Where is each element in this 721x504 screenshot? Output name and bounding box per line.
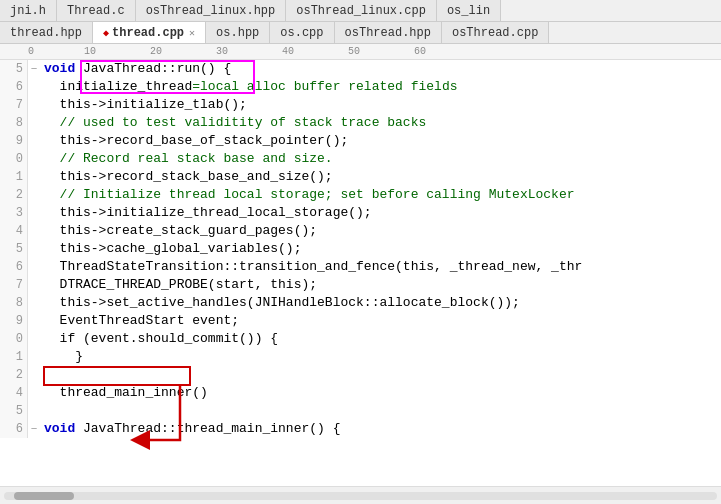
tab-osthread-linux-hpp[interactable]: osThread_linux.hpp xyxy=(136,0,287,21)
fold-gutter xyxy=(28,258,40,276)
tab-osthread-hpp[interactable]: osThread.hpp xyxy=(335,22,442,43)
fold-gutter[interactable]: − xyxy=(28,60,40,78)
tab-thread-c[interactable]: Thread.c xyxy=(57,0,136,21)
fold-gutter xyxy=(28,276,40,294)
fold-gutter xyxy=(28,330,40,348)
line-number: 5 xyxy=(0,402,28,420)
table-row: 6 − void JavaThread::thread_main_inner()… xyxy=(0,420,721,438)
ruler-mark-30: 30 xyxy=(216,46,228,57)
tab-os-cpp[interactable]: os.cpp xyxy=(270,22,334,43)
table-row: 5 − void JavaThread::run() { xyxy=(0,60,721,78)
line-number: 6 xyxy=(0,258,28,276)
tab-label: thread.cpp xyxy=(112,26,184,40)
line-number: 9 xyxy=(0,312,28,330)
fold-gutter xyxy=(28,348,40,366)
table-row: 2 // Initialize thread local storage; se… xyxy=(0,186,721,204)
fold-gutter xyxy=(28,114,40,132)
fold-gutter xyxy=(28,240,40,258)
tab-bar-1: jni.h Thread.c osThread_linux.hpp osThre… xyxy=(0,0,721,22)
fold-gutter xyxy=(28,402,40,420)
table-row: 7 this->initialize_tlab(); xyxy=(0,96,721,114)
line-number: 1 xyxy=(0,348,28,366)
code-text: // Initialize thread local storage; set … xyxy=(40,186,721,204)
code-text: EventThreadStart event; xyxy=(40,312,721,330)
thread-main-inner-call[interactable]: thread_main_inner() xyxy=(60,385,208,400)
line-number: 8 xyxy=(0,114,28,132)
fold-gutter xyxy=(28,132,40,150)
tab-os-hpp[interactable]: os.hpp xyxy=(206,22,270,43)
code-text: this->set_active_handles(JNIHandleBlock:… xyxy=(40,294,721,312)
table-row: 8 // used to test validitity of stack tr… xyxy=(0,114,721,132)
tab-label: osThread.cpp xyxy=(452,26,538,40)
fold-gutter xyxy=(28,366,40,384)
fold-gutter xyxy=(28,294,40,312)
table-row: 8 this->set_active_handles(JNIHandleBloc… xyxy=(0,294,721,312)
table-row: 1 this->record_stack_base_and_size(); xyxy=(0,168,721,186)
code-text: this->record_stack_base_and_size(); xyxy=(40,168,721,186)
code-text: this->initialize_thread_local_storage(); xyxy=(40,204,721,222)
fold-gutter xyxy=(28,204,40,222)
line-number: 1 xyxy=(0,168,28,186)
editor-container: jni.h Thread.c osThread_linux.hpp osThre… xyxy=(0,0,721,504)
code-text: this->create_stack_guard_pages(); xyxy=(40,222,721,240)
line-number: 2 xyxy=(0,366,28,384)
table-row: 2 xyxy=(0,366,721,384)
table-row: 1 } xyxy=(0,348,721,366)
tab-label: osThread_linux.cpp xyxy=(296,4,426,18)
modified-diamond-icon: ◆ xyxy=(103,27,109,39)
code-area[interactable]: 5 − void JavaThread::run() { 6 initializ… xyxy=(0,60,721,504)
scrollbar[interactable] xyxy=(0,486,721,504)
tab-label: os_lin xyxy=(447,4,490,18)
tab-jni-h[interactable]: jni.h xyxy=(0,0,57,21)
fold-gutter[interactable]: − xyxy=(28,420,40,438)
tab-thread-cpp[interactable]: ◆ thread.cpp ✕ xyxy=(93,22,206,44)
code-lines: 5 − void JavaThread::run() { 6 initializ… xyxy=(0,60,721,486)
code-text: void JavaThread::thread_main_inner() { xyxy=(40,420,721,438)
fold-gutter xyxy=(28,312,40,330)
code-text: // used to test validitity of stack trac… xyxy=(40,114,721,132)
tab-label: osThread.hpp xyxy=(345,26,431,40)
ruler-mark-10: 10 xyxy=(84,46,96,57)
code-text: this->initialize_tlab(); xyxy=(40,96,721,114)
code-text xyxy=(40,402,721,420)
tab-osthread-linux-cpp[interactable]: osThread_linux.cpp xyxy=(286,0,437,21)
tab-thread-hpp[interactable]: thread.hpp xyxy=(0,22,93,43)
line-number: 6 xyxy=(0,420,28,438)
line-number: 9 xyxy=(0,132,28,150)
code-text: // Record real stack base and size. xyxy=(40,150,721,168)
table-row: 3 this->initialize_thread_local_storage(… xyxy=(0,204,721,222)
table-row: 4 this->create_stack_guard_pages(); xyxy=(0,222,721,240)
close-icon[interactable]: ✕ xyxy=(189,27,195,39)
line-number: 2 xyxy=(0,186,28,204)
line-number: 4 xyxy=(0,384,28,402)
code-text: thread_main_inner() xyxy=(40,384,721,402)
code-text: this->record_base_of_stack_pointer(); xyxy=(40,132,721,150)
code-text: this->cache_global_variables(); xyxy=(40,240,721,258)
line-number: 0 xyxy=(0,150,28,168)
code-text xyxy=(40,366,721,384)
ruler-mark-50: 50 xyxy=(348,46,360,57)
ruler-mark-20: 20 xyxy=(150,46,162,57)
fold-gutter xyxy=(28,96,40,114)
fold-gutter xyxy=(28,168,40,186)
line-number: 7 xyxy=(0,96,28,114)
code-text: if (event.should_commit()) { xyxy=(40,330,721,348)
fold-gutter xyxy=(28,222,40,240)
line-number: 3 xyxy=(0,204,28,222)
tab-label: jni.h xyxy=(10,4,46,18)
scrollbar-track[interactable] xyxy=(4,492,717,500)
table-row: 5 xyxy=(0,402,721,420)
tab-label: os.hpp xyxy=(216,26,259,40)
ruler-mark-40: 40 xyxy=(282,46,294,57)
code-text: void JavaThread::run() { xyxy=(40,60,721,78)
fold-gutter xyxy=(28,384,40,402)
tab-label: osThread_linux.hpp xyxy=(146,4,276,18)
tab-label: thread.hpp xyxy=(10,26,82,40)
scrollbar-thumb[interactable] xyxy=(14,492,74,500)
table-row: 6 ThreadStateTransition::transition_and_… xyxy=(0,258,721,276)
tab-osthread-cpp[interactable]: osThread.cpp xyxy=(442,22,549,43)
ruler-mark-0: 0 xyxy=(28,46,34,57)
tab-os-lin[interactable]: os_lin xyxy=(437,0,501,21)
line-number: 5 xyxy=(0,60,28,78)
code-text: } xyxy=(40,348,721,366)
